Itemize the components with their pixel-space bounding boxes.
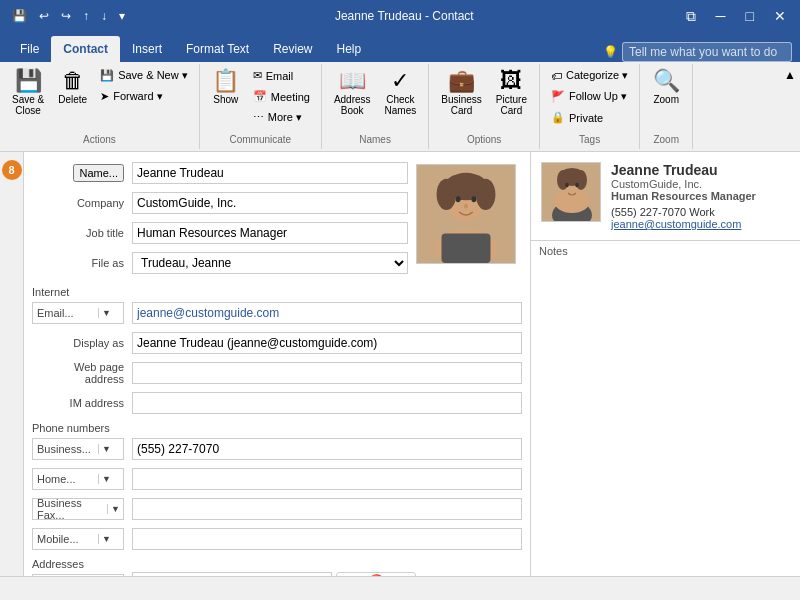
follow-up-button[interactable]: 🚩 Follow Up ▾ [546, 87, 633, 106]
save-new-button[interactable]: 💾 Save & New ▾ [95, 66, 193, 85]
qat-more[interactable]: ▾ [115, 7, 129, 25]
address-row: Business... ▼ This is the mailing addres… [32, 572, 522, 576]
contact-card-email[interactable]: jeanne@customguide.com [611, 218, 756, 230]
qat-save[interactable]: 💾 [8, 7, 31, 25]
names-buttons: 📖 AddressBook ✓ CheckNames [328, 66, 422, 134]
business-card-icon: 💼 [448, 70, 475, 92]
lightbulb-icon: 💡 [603, 45, 618, 59]
contact-card-svg [542, 163, 601, 222]
delete-icon: 🗑 [62, 70, 84, 92]
address-book-button[interactable]: 📖 AddressBook [328, 66, 377, 120]
email-dropdown[interactable]: Email... ▼ [32, 302, 124, 324]
contact-card-photo [541, 162, 601, 222]
qat-undo[interactable]: ↩ [35, 7, 53, 25]
file-as-select[interactable]: Trudeau, Jeanne [132, 252, 408, 274]
qat-redo[interactable]: ↪ [57, 7, 75, 25]
zoom-button[interactable]: 🔍 Zoom [646, 66, 686, 109]
private-button[interactable]: 🔒 Private [546, 108, 633, 127]
display-as-input[interactable] [132, 332, 522, 354]
home-phone-dropdown[interactable]: Home... ▼ [32, 468, 124, 490]
name-input[interactable] [132, 162, 408, 184]
ribbon-group-actions: 💾 Save &Close 🗑 Delete 💾 Save & New ▾ ➤ … [0, 64, 200, 149]
save-close-button[interactable]: 💾 Save &Close [6, 66, 50, 120]
business-phone-btn-label: Business... [33, 443, 98, 455]
mobile-phone-arrow: ▼ [98, 534, 114, 544]
business-addr-dropdown[interactable]: Business... ▼ [32, 574, 124, 576]
name-button[interactable]: Name... [73, 164, 124, 182]
mobile-phone-dropdown[interactable]: Mobile... ▼ [32, 528, 124, 550]
map-it-button[interactable]: 📍 Map It [336, 572, 416, 576]
tab-format-text[interactable]: Format Text [174, 36, 261, 62]
im-address-row: IM address [32, 390, 522, 416]
tell-me-input[interactable] [622, 42, 792, 62]
address-textarea[interactable] [132, 572, 332, 576]
phone-numbers-section-label: Phone numbers [32, 422, 522, 434]
web-page-row: Web page address [32, 360, 522, 386]
minimize-icon[interactable]: ─ [710, 6, 732, 26]
tab-file[interactable]: File [8, 36, 51, 62]
company-input[interactable] [132, 192, 408, 214]
tell-me-bar[interactable]: 💡 [603, 42, 792, 62]
restore-icon[interactable]: ⧉ [680, 6, 702, 27]
qat-up[interactable]: ↑ [79, 7, 93, 25]
map-icon: 📍 [359, 573, 394, 576]
check-names-icon: ✓ [391, 70, 409, 92]
step-badge: 8 [2, 160, 22, 180]
mobile-phone-row: Mobile... ▼ [32, 526, 522, 552]
business-phone-label-col: Business... ▼ [32, 438, 132, 460]
email-label: Email [266, 70, 294, 82]
maximize-icon[interactable]: □ [740, 6, 760, 26]
web-page-label: Web page address [32, 361, 132, 385]
email-input[interactable] [132, 302, 522, 324]
delete-button[interactable]: 🗑 Delete [52, 66, 93, 109]
tab-review[interactable]: Review [261, 36, 324, 62]
show-button[interactable]: 📋 Show [206, 66, 246, 109]
business-fax-row: Business Fax... ▼ [32, 496, 522, 522]
close-icon[interactable]: ✕ [768, 6, 792, 26]
more-button[interactable]: ⋯ More ▾ [248, 108, 315, 127]
ribbon: 💾 Save &Close 🗑 Delete 💾 Save & New ▾ ➤ … [0, 62, 800, 152]
job-title-input[interactable] [132, 222, 408, 244]
internet-section-label: Internet [32, 286, 522, 298]
name-fields: Name... Company Job title File as [32, 160, 408, 280]
business-fax-input[interactable] [132, 498, 522, 520]
ribbon-collapse[interactable]: ▲ [780, 64, 800, 149]
business-phone-input[interactable] [132, 438, 522, 460]
mobile-phone-input[interactable] [132, 528, 522, 550]
business-fax-dropdown[interactable]: Business Fax... ▼ [32, 498, 124, 520]
business-phone-dropdown[interactable]: Business... ▼ [32, 438, 124, 460]
web-page-input[interactable] [132, 362, 522, 384]
svg-point-8 [437, 179, 457, 210]
job-title-label: Job title [32, 227, 132, 239]
contact-card-phone: (555) 227-7070 Work [611, 206, 756, 218]
picture-card-button[interactable]: 🖼 PictureCard [490, 66, 533, 120]
email-button[interactable]: ✉ Email [248, 66, 315, 85]
picture-card-label: PictureCard [496, 94, 527, 116]
status-bar [0, 576, 800, 600]
file-as-label: File as [32, 257, 132, 269]
check-names-button[interactable]: ✓ CheckNames [379, 66, 423, 120]
home-phone-btn-label: Home... [33, 473, 98, 485]
contact-photo[interactable] [416, 164, 516, 264]
meeting-button[interactable]: 📅 Meeting [248, 87, 315, 106]
tab-help[interactable]: Help [325, 36, 374, 62]
business-addr-label-col: Business... ▼ [32, 572, 132, 576]
qat-down[interactable]: ↓ [97, 7, 111, 25]
forward-icon: ➤ [100, 90, 109, 103]
communicate-col: ✉ Email 📅 Meeting ⋯ More ▾ [248, 66, 315, 127]
more-label: More ▾ [268, 111, 302, 124]
ribbon-group-tags: 🏷 Categorize ▾ 🚩 Follow Up ▾ 🔒 Private T… [540, 64, 640, 149]
forward-button[interactable]: ➤ Forward ▾ [95, 87, 193, 106]
business-card-button[interactable]: 💼 BusinessCard [435, 66, 488, 120]
notes-textarea[interactable] [531, 259, 800, 576]
im-address-input[interactable] [132, 392, 522, 414]
zoom-icon: 🔍 [653, 70, 680, 92]
tab-insert[interactable]: Insert [120, 36, 174, 62]
job-title-row: Job title [32, 220, 408, 246]
person-svg [417, 165, 515, 263]
home-phone-input[interactable] [132, 468, 522, 490]
categorize-button[interactable]: 🏷 Categorize ▾ [546, 66, 633, 85]
main-content: 8 Name... Company Job tit [0, 152, 800, 576]
categorize-icon: 🏷 [551, 70, 562, 82]
tab-contact[interactable]: Contact [51, 36, 120, 62]
